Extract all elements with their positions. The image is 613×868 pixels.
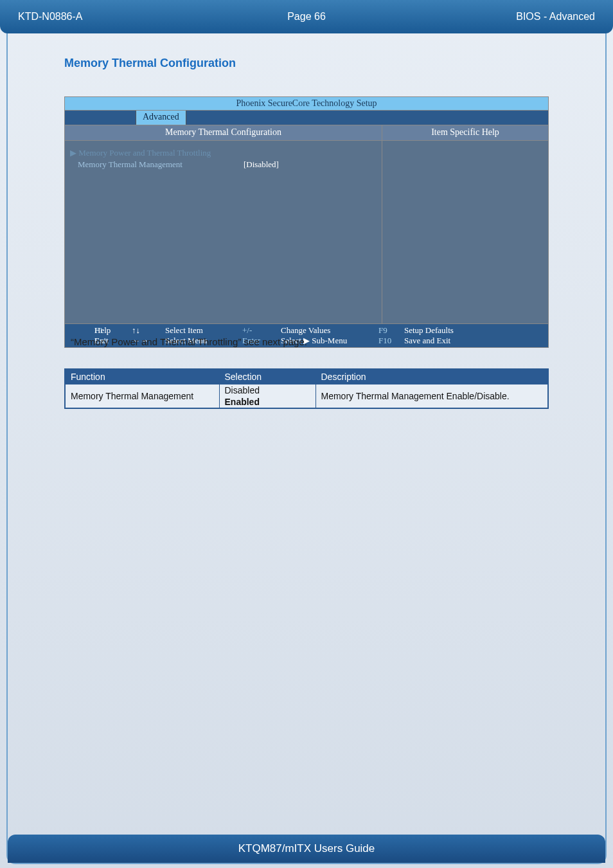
label-change-values: Change Values [281,325,378,336]
th-function: Function [65,369,219,384]
bios-right-panel: Item Specific Help [382,125,548,323]
bios-right-heading: Item Specific Help [382,125,548,141]
header-section: BIOS - Advanced [403,11,595,23]
page-header: KTD-N0886-A Page 66 BIOS - Advanced [0,0,613,33]
bios-tab-bar: Advanced [64,111,549,125]
key-f1: F1 [69,325,94,336]
page-footer: KTQM87/mITX Users Guide [8,835,605,863]
function-table: Function Selection Description Memory Th… [64,368,549,409]
selection-enabled: Enabled [220,396,315,408]
bios-screenshot: Phoenix SecureCore Technology Setup Adva… [64,96,549,348]
tab-advanced[interactable]: Advanced [136,111,186,125]
label-select-item: Select Item [165,325,242,336]
bios-left-heading: Memory Thermal Configuration [65,125,382,141]
bios-setting-row[interactable]: Memory Thermal Management [Disabled] [70,159,377,170]
bios-menu: ▶ Memory Power and Thermal Throttling Me… [65,141,382,323]
bios-body: Memory Thermal Configuration ▶ Memory Po… [64,125,549,324]
label-setup-defaults: Setup Defaults [404,325,454,336]
selection-disabled: Disabled [220,384,315,396]
caption-text: “Memory Power and Thermal Throttling” se… [71,336,307,347]
bios-left-panel: Memory Thermal Configuration ▶ Memory Po… [65,125,382,323]
key-f9: F9 [378,325,404,336]
bios-help-content [382,141,548,323]
bios-submenu-item[interactable]: ▶ Memory Power and Thermal Throttling [70,147,377,159]
bios-setting-label: Memory Thermal Management [70,159,244,170]
label-save-exit: Save and Exit [404,336,450,346]
key-plusminus: +/- [242,325,281,336]
label-help: Help [94,325,132,336]
doc-id: KTD-N0886-A [18,11,210,23]
cell-description: Memory Thermal Management Enable/Disable… [315,384,548,409]
bios-setting-value: [Disabled] [244,159,279,170]
cell-function: Memory Thermal Management [65,384,219,409]
key-f10: F10 [378,336,404,346]
bios-title: Phoenix SecureCore Technology Setup [64,96,549,111]
th-description: Description [315,369,548,384]
table-row: Memory Thermal Management Disabled Enabl… [65,384,548,409]
bios-footer-row-1: F1 Help ↑↓ Select Item +/- Change Values… [69,325,544,336]
th-selection: Selection [219,369,315,384]
key-updown: ↑↓ [132,325,165,336]
cell-selection: Disabled Enabled [219,384,315,409]
section-title: Memory Thermal Configuration [64,57,236,70]
page-number: Page 66 [210,11,402,23]
